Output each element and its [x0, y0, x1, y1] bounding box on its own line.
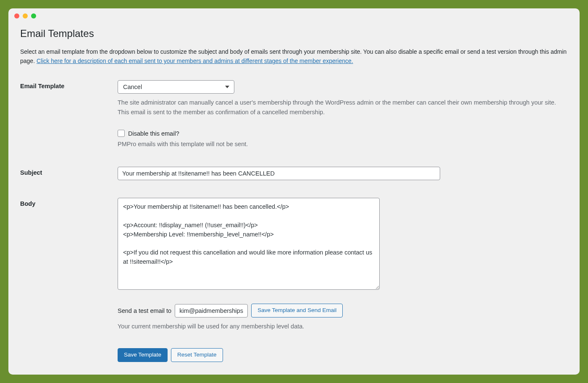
template-select-wrap: Cancel — [118, 80, 234, 94]
save-and-send-button[interactable]: Save Template and Send Email — [251, 304, 343, 317]
disable-checkbox[interactable] — [118, 130, 125, 137]
subject-input[interactable] — [118, 167, 440, 180]
test-helper: Your current membership will be used for… — [118, 322, 563, 331]
disable-label: Disable this email? — [128, 130, 179, 137]
body-label: Body — [20, 198, 118, 207]
close-icon[interactable] — [14, 13, 19, 18]
action-row: Save Template Reset Template — [118, 348, 568, 362]
subject-row: Subject — [20, 167, 568, 180]
test-row: Send a test email to Save Template and S… — [118, 304, 568, 317]
reset-template-button[interactable]: Reset Template — [171, 348, 223, 362]
save-template-button[interactable]: Save Template — [118, 348, 168, 362]
disable-helper: PMPro emails with this template will not… — [118, 139, 563, 149]
email-template-row: Email Template Cancel The site administr… — [20, 80, 568, 150]
test-label: Send a test email to — [118, 307, 171, 314]
subject-label: Subject — [20, 167, 118, 176]
window-titlebar — [8, 8, 580, 24]
subject-field — [118, 167, 568, 180]
body-textarea[interactable]: <p>Your membership at !!sitename!! has b… — [118, 198, 380, 290]
app-window: Email Templates Select an email template… — [8, 8, 580, 375]
template-helper: The site administrator can manually canc… — [118, 98, 563, 117]
test-email-input[interactable] — [175, 304, 248, 317]
intro-link[interactable]: Click here for a description of each ema… — [37, 58, 353, 64]
body-field: <p>Your membership at !!sitename!! has b… — [118, 198, 568, 362]
template-select[interactable]: Cancel — [118, 80, 234, 94]
page-content: Email Templates Select an email template… — [8, 24, 580, 375]
body-row: Body <p>Your membership at !!sitename!! … — [20, 198, 568, 362]
email-template-label: Email Template — [20, 80, 118, 89]
disable-row: Disable this email? — [118, 130, 568, 137]
email-template-field: Cancel The site administrator can manual… — [118, 80, 568, 150]
minimize-icon[interactable] — [23, 13, 28, 18]
page-title: Email Templates — [20, 28, 568, 39]
maximize-icon[interactable] — [31, 13, 36, 18]
intro-text: Select an email template from the dropdo… — [20, 47, 568, 66]
